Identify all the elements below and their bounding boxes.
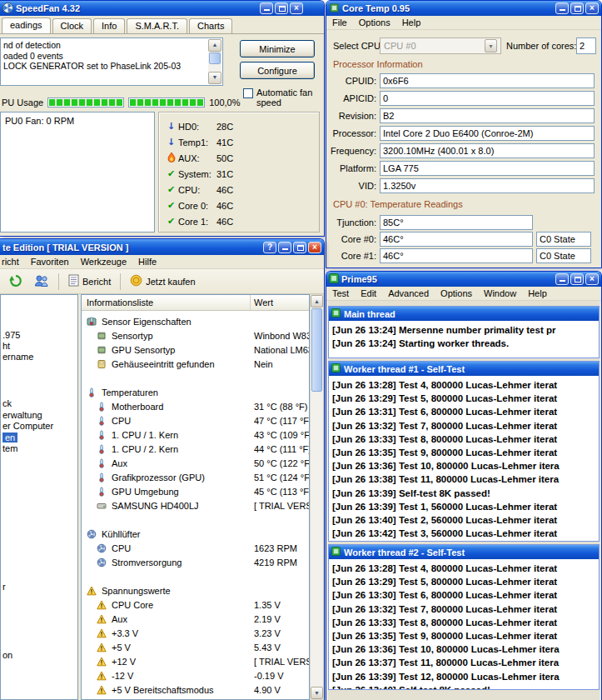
list-item[interactable]: +3.3 V3.23 V [82,626,309,640]
scroll-up-icon[interactable]: ▲ [311,295,323,308]
report-button[interactable]: Bericht [65,272,114,290]
list-item[interactable]: CPU Core1.35 V [82,598,309,612]
tab-charts[interactable]: Charts [189,18,232,33]
cpu-select-dropdown[interactable]: CPU #0 ▼ [380,38,501,54]
tab-readings[interactable]: eadings [2,18,51,33]
maximize-icon[interactable] [570,273,584,285]
tree-item[interactable]: erwaltung [2,410,42,420]
menu-file[interactable]: File [326,17,353,28]
scroll-track[interactable] [311,392,323,687]
minimize-icon[interactable] [278,242,291,253]
close-icon[interactable]: × [290,2,303,14]
list-item[interactable]: Aux2.19 V [82,612,309,626]
refresh-button[interactable] [5,272,27,292]
list-item[interactable]: Spannungswerte [82,583,309,598]
log-output[interactable]: [Jun 26 13:24] Mersenne number primality… [329,321,599,358]
fan-speed-panel[interactable]: PU0 Fan: 0 RPM [0,112,155,232]
tab-clock[interactable]: Clock [52,18,92,33]
list-item[interactable]: +5 V5.43 V [82,640,309,654]
event-log[interactable]: nd of detection oaded 0 events LOCK GENE… [0,38,223,86]
menu-bericht[interactable]: richt [0,256,25,268]
configure-button[interactable]: Configure [240,62,315,79]
scroll-thumb[interactable] [311,308,322,392]
list-item[interactable]: SAMSUNG HD400LJ[ TRIAL VERSI [82,498,309,512]
tab-info[interactable]: Info [93,18,125,33]
tree-item[interactable]: er Computer [2,421,53,431]
list-item[interactable]: CPU47 °C (117 °F) [82,413,309,428]
menu-help[interactable]: Help [396,17,427,28]
auto-fan-checkbox[interactable] [243,88,253,98]
dropdown-arrow-icon[interactable]: ▼ [485,39,497,52]
child-titlebar[interactable]: Main thread [329,307,599,321]
list-item[interactable]: Aux50 °C (122 °F) [82,456,309,470]
menu-options[interactable]: Options [353,17,396,28]
close-icon[interactable]: × [585,2,599,14]
minimize-button[interactable]: Minimize [240,40,315,58]
list-item[interactable]: Grafikprozessor (GPU)51 °C (124 °F) [82,470,309,484]
list-item[interactable]: Temperaturen [82,385,309,399]
list-item[interactable]: SensortypWinbond W83 [82,328,309,342]
scroll-up-icon[interactable]: ▲ [208,39,221,52]
child-titlebar[interactable]: Worker thread #2 - Self-Test [329,545,599,559]
list-item[interactable]: Motherboard31 °C (88 °F) [82,399,309,413]
tab-smart[interactable]: S.M.A.R.T. [127,18,187,33]
tree-item[interactable]: ck [2,398,12,408]
tree-item[interactable]: ername [2,352,33,362]
menu-werkzeuge[interactable]: Werkzeuge [75,256,132,268]
navigation-tree[interactable]: .975 ht ername ck erwaltung er Computer … [0,294,78,700]
close-icon[interactable]: × [585,273,599,285]
list-item[interactable]: +12 V[ TRIAL VERSI [82,654,309,668]
list-item[interactable]: 1. CPU / 1. Kern43 °C (109 °F) [82,428,309,442]
scroll-down-icon[interactable]: ▼ [208,72,221,84]
maximize-icon[interactable] [293,242,306,253]
log-output[interactable]: [Jun 26 13:28] Test 4, 800000 Lucas-Lehm… [329,559,599,689]
log-scrollbar[interactable]: ▲ ▼ [208,39,221,84]
child-titlebar[interactable]: Worker thread #1 - Self-Test [329,362,599,376]
scroll-thumb[interactable] [209,52,221,64]
menu-help[interactable]: Help [522,288,553,299]
list-scrollbar[interactable]: ▲ ▼ [310,294,324,700]
minimize-icon[interactable] [555,2,569,14]
scroll-track[interactable] [208,65,221,72]
list-item[interactable]: CPU1623 RPM [82,541,309,555]
tree-item[interactable]: r [2,582,6,592]
info-value: Nein [254,359,273,369]
users-button[interactable] [31,272,52,291]
minimize-icon[interactable] [555,273,569,285]
list-item[interactable]: Gehäuseeintritt gefundenNein [82,357,309,371]
tree-item-selected[interactable]: en [2,432,17,442]
list-item[interactable]: Stromversorgung4219 RPM [82,555,309,569]
everest-titlebar[interactable]: te Edition [ TRIAL VERSION ] ? × [0,239,324,255]
column-header-wert[interactable]: Wert [251,298,309,308]
tree-item[interactable]: .975 [2,330,20,340]
maximize-icon[interactable] [570,2,584,14]
tree-item[interactable]: ht [2,341,10,351]
menu-favoriten[interactable]: Favoriten [25,256,75,268]
speedfan-titlebar[interactable]: SpeedFan 4.32 × [0,1,324,16]
prime95-titlebar[interactable]: Prime95 × [326,272,601,287]
minimize-icon[interactable] [260,2,273,14]
close-icon[interactable]: × [308,242,321,253]
list-item[interactable]: GPU SensortypNational LM63 [82,342,309,357]
menu-window[interactable]: Window [478,288,522,299]
menu-advanced[interactable]: Advanced [382,288,435,299]
list-item[interactable]: -12 V-0.19 V [82,668,309,682]
buy-now-button[interactable]: Jetzt kaufen [127,272,198,290]
tree-item[interactable]: tem [2,443,17,453]
menu-test[interactable]: Test [326,288,355,299]
help-icon[interactable]: ? [263,242,276,253]
menu-edit[interactable]: Edit [355,288,382,299]
menu-options[interactable]: Options [435,288,478,299]
list-item[interactable]: Sensor Eigenschaften [82,314,309,328]
scroll-down-icon[interactable]: ▼ [311,687,323,699]
log-output[interactable]: [Jun 26 13:28] Test 4, 800000 Lucas-Lehm… [329,376,599,541]
tree-item[interactable]: on [2,650,12,660]
column-header-info[interactable]: Informationsliste [82,295,251,310]
menu-hilfe[interactable]: Hilfe [132,256,162,268]
list-item[interactable]: GPU Umgebung45 °C (113 °F) [82,484,309,498]
list-item[interactable]: Kühllüfter [82,527,309,541]
list-item[interactable]: +5 V Bereitschaftsmodus4.90 V [82,682,309,697]
list-item[interactable]: 1. CPU / 2. Kern44 °C (111 °F) [82,442,309,456]
coretemp-titlebar[interactable]: Core Temp 0.95 × [326,1,601,16]
maximize-icon[interactable] [275,2,288,14]
